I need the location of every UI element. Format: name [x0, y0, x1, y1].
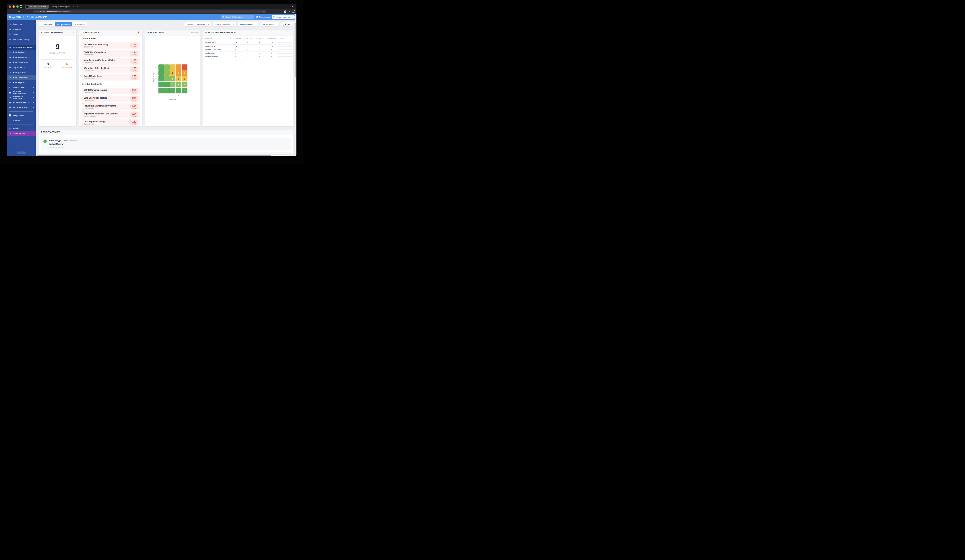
heatmap-cell[interactable]: 2	[176, 70, 181, 76]
heatmap-cell[interactable]	[164, 76, 170, 82]
heatmap-cell[interactable]: 3	[176, 76, 181, 82]
heatmap-cell[interactable]: 2	[182, 88, 187, 93]
lock-icon[interactable]: ⚿	[37, 11, 38, 13]
search-input[interactable]	[225, 16, 252, 18]
sidebar-item-tasks[interactable]: ☑Tasks	[7, 32, 36, 37]
horizontal-scrollbar-thumb[interactable]	[37, 155, 271, 156]
collapse-sidebar-button[interactable]: ‹	[17, 152, 26, 154]
overdue-item[interactable]: Dual Supplier StrategyDarren Gmail163DAY…	[82, 119, 140, 126]
sidebar-item-iso-training[interactable]: ⊓ISO & TRAINING›	[7, 105, 36, 110]
sidebar-item-top-10-risks[interactable]: ☰Top 10 Risks	[7, 65, 36, 70]
heatmap-cell[interactable]	[170, 64, 175, 70]
heatmap-cell[interactable]	[159, 82, 164, 87]
heatmap-cell[interactable]	[164, 88, 170, 93]
container-switcher-icon[interactable]: ⇄	[39, 11, 41, 13]
tab-operational[interactable]: ☰Operational	[55, 22, 73, 26]
overdue-item[interactable]: API Security VulnerabilityDarren Golds19…	[82, 42, 140, 49]
forward-button[interactable]: →	[13, 10, 16, 13]
heatmap-cell[interactable]	[164, 64, 170, 70]
heatmap-cell[interactable]	[159, 88, 164, 93]
close-window-button[interactable]	[9, 5, 11, 8]
menu-icon[interactable]	[293, 11, 294, 13]
overdue-item[interactable]: Workplace Safety IncidentDarren Gmail163…	[82, 66, 140, 73]
browser-tab-corp-grc-a[interactable]: ▲Corp GRC - AI-Driven GRC Platf×	[25, 5, 49, 9]
heatmap-cell[interactable]	[164, 82, 170, 87]
reload-button[interactable]: ↻	[18, 10, 20, 13]
heatmap-cell[interactable]	[176, 64, 181, 70]
overdue-item[interactable]: Data Encryption at RestDarren Gmail224DA…	[82, 96, 140, 102]
sidebar-item-ai-governance[interactable]: ◉AI GOVERNANCE›	[7, 100, 36, 105]
heatmap-cell[interactable]: 1	[182, 76, 187, 82]
overdue-item[interactable]: Manufacturing Equipment FailureDarren Go…	[82, 58, 140, 65]
overdue-item[interactable]: Implement Advanced EDR SolutionStephen W…	[82, 111, 140, 118]
heatmap-cell[interactable]	[159, 64, 164, 70]
heatmap-cell[interactable]	[176, 88, 181, 93]
overdue-item[interactable]: GDPR Compliance AuditDarren Gmail255DAYS	[82, 88, 140, 95]
sidebar-item-risk-reports[interactable]: ▥Risk Reports	[7, 80, 36, 85]
heatmap-cell[interactable]: 1	[182, 70, 187, 76]
sidebar-item-risk-treatments[interactable]: ◈Risk Treatments	[7, 60, 36, 65]
card-menu-icon[interactable]: ⋯	[72, 31, 74, 34]
table-row[interactable]: Chris Speer1011	[205, 51, 291, 55]
overdue-item[interactable]: GDPR Non-ComplianceDarren Gmail194DAYS	[82, 50, 140, 57]
vertical-scrollbar-thumb[interactable]	[295, 23, 296, 77]
sidebar-item-help-center[interactable]: ?Help Center	[7, 113, 36, 118]
notifications-button[interactable]: Notifications	[256, 14, 270, 20]
heatmap-cell[interactable]	[159, 70, 164, 76]
sidebar-item-document-library[interactable]: ▤Document Library	[7, 37, 36, 42]
sidebar-item-dashboard[interactable]: ◔Dashboard	[7, 22, 36, 27]
shield-icon[interactable]: ⛉	[34, 11, 36, 13]
table-row[interactable]: Darren Phoenix1011	[205, 55, 291, 58]
sidebar-item-vendor-management[interactable]: ▦VENDOR MANAGEMENT›	[7, 90, 36, 95]
tab-close-icon[interactable]: ×	[46, 6, 47, 8]
extensions-icon[interactable]: ❖	[288, 11, 290, 13]
profile-avatar[interactable]: G	[284, 10, 286, 13]
table-row[interactable]: Darren Golds100010	[205, 44, 291, 48]
filter-dropdown-all-erm-categories[interactable]: All ERM Categories∨	[213, 22, 236, 27]
activity-item[interactable]: +Steve Bloggs created treatmentBudget Ov…	[41, 137, 291, 150]
table-row[interactable]: Darren AiBizzApps1001	[205, 48, 291, 51]
filter-dropdown-overall-all-companies[interactable]: Overall - All Companies∨	[184, 22, 211, 27]
browser-tab-pricing-co[interactable]: Pricing - Corp ERM | AI-Powered GR×	[51, 5, 75, 9]
filter-dropdown-current-period[interactable]: Current Period∨	[260, 22, 280, 27]
bookmark-star-icon[interactable]: ☆	[263, 11, 265, 13]
minimize-window-button[interactable]	[13, 5, 15, 8]
downloads-icon[interactable]: ↓	[281, 11, 282, 13]
heatmap-cell[interactable]	[159, 76, 164, 82]
export-button[interactable]: ↓Export	[281, 22, 293, 27]
heatmap-cell[interactable]	[170, 88, 175, 93]
heatmap-cell[interactable]: 2	[170, 70, 175, 76]
sidebar-item-super-admin[interactable]: ♛Super Admin	[7, 131, 36, 136]
vertical-scrollbar[interactable]	[294, 14, 296, 156]
sidebar-item-calendar[interactable]: ▦Calendar	[7, 27, 36, 32]
overdue-item[interactable]: Preventive Maintenance ProgramDarren Gol…	[82, 103, 140, 110]
filter-dropdown-all-departments[interactable]: All Departments∨	[238, 22, 258, 27]
sidebar-item-compliance[interactable]: ☑COMPLIANCE›	[7, 85, 36, 90]
sidebar-item-risk-register[interactable]: ⚠Risk Register	[7, 50, 36, 55]
address-bar[interactable]: ⛉ ⚿ ⇄ erm.aibizzapps.com/risk-dashboards…	[33, 10, 267, 13]
tab-overview-icon[interactable]	[20, 5, 22, 8]
user-menu[interactable]: Darren AiBizzApps ∨	[272, 15, 295, 19]
horizontal-scrollbar[interactable]	[36, 154, 294, 156]
sidebar-item-admin[interactable]: ⚙Admin	[7, 126, 36, 131]
heatmap-cell[interactable]: 3	[182, 82, 187, 87]
table-row[interactable]: Darren Gmail120112	[205, 41, 291, 44]
new-tab-button[interactable]: +	[77, 5, 78, 8]
sidebar-item-business-continuity[interactable]: ♥BUSINESS CONTINUITY›	[7, 95, 36, 100]
sidebar-item-chatbot[interactable]: ❝Chatbot	[7, 118, 36, 123]
brand-logo[interactable]: Corp ERM	[9, 16, 21, 18]
sidebar-item-risk-management[interactable]: ⚠RISK MANAGEMENT▾	[7, 45, 36, 50]
tab-executive[interactable]: ↗Executive	[39, 22, 55, 26]
heatmap-cell[interactable]: 1	[170, 82, 175, 87]
overdue-item[interactable]: Social Media CrisisDarren Gmail163DAYS	[82, 74, 140, 80]
heatmap-cell[interactable]	[182, 64, 187, 70]
sidebar-item-risk-assessments[interactable]: ▣Risk Assessments	[7, 55, 36, 60]
heatmap-cell[interactable]: 5	[170, 76, 175, 82]
search-box[interactable]	[221, 15, 254, 19]
chevron-down-icon[interactable]: ∨	[292, 5, 293, 7]
heatmap-cell[interactable]	[164, 70, 170, 76]
sidebar-item-risk-dashboards[interactable]: ◕Risk Dashboards	[7, 75, 36, 80]
tab-close-icon[interactable]: ×	[72, 6, 74, 8]
tab-financial[interactable]: $Financial	[72, 22, 87, 26]
back-button[interactable]: ←	[9, 10, 11, 13]
